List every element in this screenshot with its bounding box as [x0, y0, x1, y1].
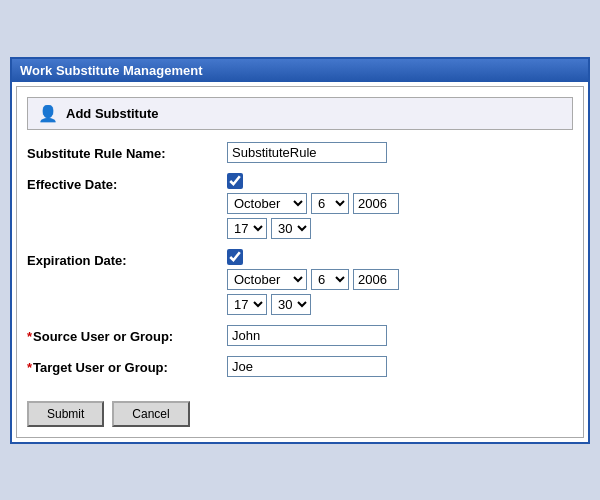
target-user-row: Target User or Group: [27, 356, 573, 377]
effective-time-picker: 01234 56789 1011121314 1516171819 202122… [227, 218, 573, 239]
expiration-date-checkbox[interactable] [227, 249, 243, 265]
cancel-button[interactable]: Cancel [112, 401, 189, 427]
effective-date-label: Effective Date: [27, 173, 227, 192]
effective-date-picker: JanuaryFebruaryMarch AprilMayJune JulyAu… [227, 193, 573, 214]
main-window: Work Substitute Management 👤 Add Substit… [10, 57, 590, 444]
source-user-control [227, 325, 573, 346]
expiration-day-select[interactable]: 12345 678910 1112131415 1617181920 21222… [311, 269, 349, 290]
expiration-date-control: JanuaryFebruaryMarch AprilMayJune JulyAu… [227, 249, 573, 315]
effective-date-control: JanuaryFebruaryMarch AprilMayJune JulyAu… [227, 173, 573, 239]
substitute-rule-row: Substitute Rule Name: [27, 142, 573, 163]
effective-date-checkbox[interactable] [227, 173, 243, 189]
effective-month-select[interactable]: JanuaryFebruaryMarch AprilMayJune JulyAu… [227, 193, 307, 214]
section-title: Add Substitute [66, 106, 158, 121]
target-user-input[interactable] [227, 356, 387, 377]
substitute-rule-label: Substitute Rule Name: [27, 142, 227, 161]
source-user-input[interactable] [227, 325, 387, 346]
effective-year-input[interactable] [353, 193, 399, 214]
effective-day-select[interactable]: 12345 678910 1112131415 1617181920 21222… [311, 193, 349, 214]
source-user-row: Source User or Group: [27, 325, 573, 346]
substitute-rule-input[interactable] [227, 142, 387, 163]
source-user-label: Source User or Group: [27, 325, 227, 344]
expiration-date-label: Expiration Date: [27, 249, 227, 268]
submit-button[interactable]: Submit [27, 401, 104, 427]
button-bar: Submit Cancel [27, 393, 573, 427]
expiration-date-picker: JanuaryFebruaryMarch AprilMayJune JulyAu… [227, 269, 573, 290]
title-bar: Work Substitute Management [12, 59, 588, 82]
expiration-hour-select[interactable]: 01234 56789 1011121314 1516171819 202122… [227, 294, 267, 315]
effective-hour-select[interactable]: 01234 56789 1011121314 1516171819 202122… [227, 218, 267, 239]
add-substitute-icon: 👤 [38, 104, 58, 123]
expiration-month-select[interactable]: JanuaryFebruaryMarch AprilMayJune JulyAu… [227, 269, 307, 290]
form-container: 👤 Add Substitute Substitute Rule Name: E… [16, 86, 584, 438]
expiration-minute-select[interactable]: 0153045 [271, 294, 311, 315]
target-user-label: Target User or Group: [27, 356, 227, 375]
section-header: 👤 Add Substitute [27, 97, 573, 130]
effective-minute-select[interactable]: 0153045 [271, 218, 311, 239]
expiration-date-row: Expiration Date: JanuaryFebruaryMarch Ap… [27, 249, 573, 315]
expiration-year-input[interactable] [353, 269, 399, 290]
window-title: Work Substitute Management [20, 63, 203, 78]
substitute-rule-control [227, 142, 573, 163]
effective-date-row: Effective Date: JanuaryFebruaryMarch Apr… [27, 173, 573, 239]
expiration-time-picker: 01234 56789 1011121314 1516171819 202122… [227, 294, 573, 315]
target-user-control [227, 356, 573, 377]
